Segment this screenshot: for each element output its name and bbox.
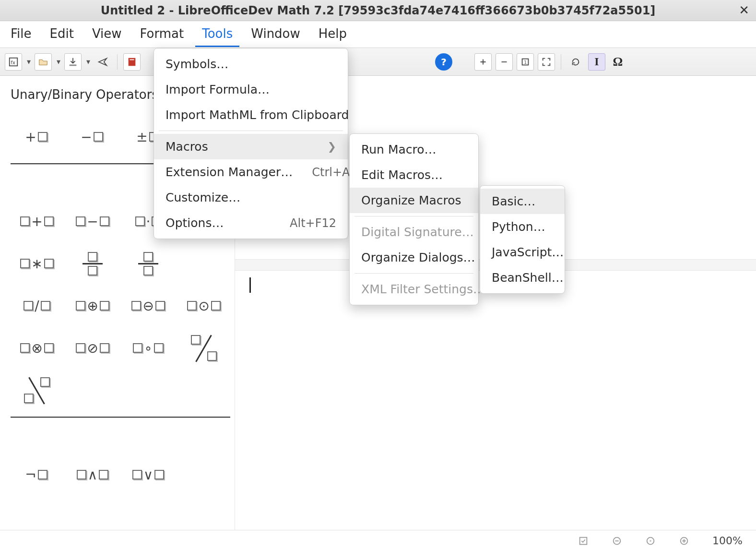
op-ominus[interactable]: ⊖ — [122, 286, 175, 325]
toolbar-separator-2 — [561, 54, 561, 70]
svg-rect-7 — [580, 537, 587, 544]
menu-help[interactable]: Help — [312, 22, 354, 47]
text-caret — [249, 277, 251, 293]
svg-text:1: 1 — [524, 59, 527, 64]
menubar: File Edit View Format Tools Window Help — [0, 21, 756, 48]
operators-separator-2 — [11, 417, 230, 418]
status-modified-icon — [578, 536, 589, 546]
toolbar: fx ▾ ▾ ▾ ? 1 I Ω — [0, 48, 756, 76]
send-icon[interactable] — [94, 53, 111, 71]
statusbar: 100% — [0, 530, 756, 551]
op-widebslash[interactable] — [11, 371, 63, 410]
new-formula-icon[interactable]: fx — [5, 53, 22, 71]
tools-options[interactable]: Options… Alt+F12 — [154, 210, 348, 236]
op-sub[interactable]: − — [66, 202, 119, 241]
op-wideslash[interactable] — [177, 328, 230, 368]
svg-rect-4 — [130, 59, 134, 60]
refresh-icon[interactable] — [567, 53, 584, 71]
new-dropdown-icon[interactable]: ▾ — [26, 57, 31, 66]
organize-basic[interactable]: Basic… — [480, 189, 565, 214]
op-neg[interactable]: ¬ — [11, 455, 63, 494]
zoom-in-icon[interactable] — [474, 53, 492, 71]
menu-format[interactable]: Format — [133, 22, 191, 47]
op-frac-2[interactable] — [122, 244, 175, 283]
organize-macros-submenu: Basic… Python… JavaScript… BeanShell… — [480, 185, 565, 294]
pdf-export-icon[interactable] — [123, 53, 141, 71]
op-oslash[interactable]: ⊘ — [66, 328, 119, 368]
tools-import-formula[interactable]: Import Formula… — [154, 77, 348, 102]
op-or[interactable]: ∨ — [122, 455, 175, 494]
op-odot[interactable]: ⊙ — [177, 286, 230, 325]
organize-javascript[interactable]: JavaScript… — [480, 240, 565, 265]
macros-organize-dialogs[interactable]: Organize Dialogs… — [350, 245, 478, 270]
op-oplus[interactable]: ⊕ — [66, 286, 119, 325]
zoom-level[interactable]: 100% — [712, 535, 743, 547]
op-circ[interactable]: ∘ — [122, 328, 175, 368]
tools-macros[interactable]: Macros ❯ — [154, 134, 348, 159]
macros-edit[interactable]: Edit Macros… — [350, 162, 478, 188]
tools-customize[interactable]: Customize… — [154, 185, 348, 210]
macros-run[interactable]: Run Macro… — [350, 137, 478, 162]
tools-import-mathml[interactable]: Import MathML from Clipboard — [154, 102, 348, 128]
svg-rect-2 — [70, 64, 77, 66]
menu-edit[interactable]: Edit — [43, 22, 81, 47]
save-dropdown-icon[interactable]: ▾ — [85, 57, 90, 66]
op-plus[interactable]: + — [11, 117, 63, 156]
op-div[interactable]: / — [11, 286, 63, 325]
macros-digital-signature: Digital Signature… — [350, 219, 478, 245]
tools-extension-manager[interactable]: Extension Manager… Ctrl+Alt+E — [154, 159, 348, 185]
op-and[interactable]: ∧ — [66, 455, 119, 494]
chevron-right-icon: ❯ — [328, 141, 336, 153]
op-hidden-3 — [177, 244, 230, 283]
macros-xml-filter: XML Filter Settings… — [350, 276, 478, 302]
op-otimes[interactable]: ⊗ — [11, 328, 63, 368]
toolbar-separator — [117, 54, 118, 70]
save-icon[interactable] — [64, 53, 82, 71]
window-title: Untitled 2 - LibreOfficeDev Math 7.2 [79… — [101, 4, 656, 17]
status-zoom-in-icon[interactable] — [679, 536, 689, 546]
zoom-out-icon[interactable] — [496, 53, 513, 71]
open-icon[interactable] — [35, 53, 52, 71]
op-minus[interactable]: − — [66, 117, 119, 156]
menu-view[interactable]: View — [85, 22, 129, 47]
close-icon[interactable]: ✕ — [739, 3, 749, 17]
macros-sep-1 — [354, 216, 473, 216]
svg-rect-3 — [129, 58, 136, 66]
op-add[interactable]: + — [11, 202, 63, 241]
op-times[interactable]: ∗ — [11, 244, 63, 283]
status-zoom-out-icon[interactable] — [612, 536, 622, 546]
menu-window[interactable]: Window — [244, 22, 307, 47]
tools-menu: Symbols… Import Formula… Import MathML f… — [154, 48, 348, 239]
symbols-icon[interactable]: Ω — [609, 53, 626, 71]
macros-organize[interactable]: Organize Macros ❯ — [350, 188, 478, 213]
svg-point-10 — [650, 540, 651, 542]
open-dropdown-icon[interactable]: ▾ — [56, 57, 60, 66]
menu-tools[interactable]: Tools — [195, 22, 239, 47]
status-zoom-reset-icon[interactable] — [645, 536, 656, 546]
tools-sep-1 — [159, 131, 343, 131]
tools-symbols[interactable]: Symbols… — [154, 51, 348, 77]
formula-cursor-icon[interactable]: I — [588, 53, 605, 71]
svg-text:fx: fx — [11, 60, 16, 65]
op-frac[interactable] — [66, 244, 119, 283]
organize-beanshell[interactable]: BeanShell… — [480, 265, 565, 290]
titlebar: Untitled 2 - LibreOfficeDev Math 7.2 [79… — [0, 0, 756, 21]
macros-sep-2 — [354, 273, 473, 274]
organize-python[interactable]: Python… — [480, 214, 565, 240]
help-icon[interactable]: ? — [435, 53, 452, 71]
zoom-fit-icon[interactable] — [538, 53, 555, 71]
zoom-100-icon[interactable]: 1 — [517, 53, 534, 71]
macros-submenu: Run Macro… Edit Macros… Organize Macros … — [349, 133, 479, 305]
menu-file[interactable]: File — [4, 22, 38, 47]
